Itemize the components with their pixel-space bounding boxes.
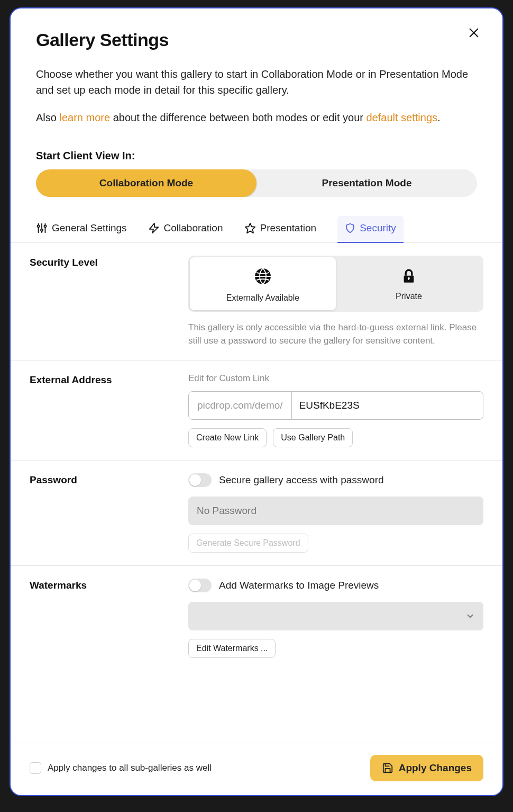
password-label: Password: [30, 473, 188, 553]
watermarks-toggle-label: Add Watermarks to Image Previews: [219, 580, 379, 591]
apply-subgalleries-checkbox[interactable]: [30, 762, 41, 774]
watermark-select: [188, 602, 483, 630]
modal-title: Gallery Settings: [36, 30, 477, 50]
globe-icon: [253, 267, 272, 286]
tab-presentation[interactable]: Presentation: [244, 216, 317, 242]
create-new-link-button[interactable]: Create New Link: [188, 428, 267, 447]
gallery-settings-modal: Gallery Settings Choose whether you want…: [10, 7, 503, 796]
save-icon: [382, 762, 393, 774]
apply-changes-button[interactable]: Apply Changes: [370, 755, 483, 781]
modal-description-2: Also learn more about the difference bet…: [36, 110, 477, 125]
apply-subgalleries-label: Apply changes to all sub-galleries as we…: [48, 763, 212, 773]
security-level-row: Security Level Externally Available Priv…: [11, 243, 502, 360]
external-address-field: picdrop.com/demo/: [188, 391, 483, 420]
edit-watermarks-button[interactable]: Edit Watermarks ...: [188, 639, 276, 658]
lock-icon: [401, 268, 416, 284]
private-label: Private: [396, 292, 422, 301]
settings-content: Security Level Externally Available Priv…: [11, 243, 502, 744]
svg-point-5: [38, 225, 40, 227]
externally-available-option[interactable]: Externally Available: [190, 257, 336, 310]
svg-point-6: [41, 229, 43, 231]
default-settings-link[interactable]: default settings: [366, 112, 437, 123]
external-address-sublabel: Edit for Custom Link: [188, 373, 483, 384]
tab-collaboration[interactable]: Collaboration: [148, 216, 223, 242]
link-prefix: picdrop.com/demo/: [189, 392, 292, 419]
modal-footer: Apply changes to all sub-galleries as we…: [11, 744, 502, 795]
external-address-label: External Address: [30, 373, 188, 447]
generate-password-button: Generate Secure Password: [188, 534, 308, 553]
learn-more-link[interactable]: learn more: [59, 112, 110, 123]
apply-subgalleries-row: Apply changes to all sub-galleries as we…: [30, 762, 212, 774]
close-button[interactable]: [465, 24, 482, 41]
security-level-options: Externally Available Private: [188, 256, 483, 312]
private-option[interactable]: Private: [336, 257, 482, 310]
svg-marker-8: [149, 223, 158, 233]
shield-icon: [345, 222, 355, 234]
close-icon: [468, 27, 480, 39]
chevron-down-icon: [465, 611, 475, 621]
sliders-icon: [36, 222, 48, 234]
collaboration-mode-option[interactable]: Collaboration Mode: [36, 169, 256, 197]
watermarks-label: Watermarks: [30, 579, 188, 658]
start-view-label: Start Client View In:: [36, 150, 477, 162]
modal-header: Gallery Settings Choose whether you want…: [11, 8, 502, 216]
tab-security[interactable]: Security: [337, 216, 404, 242]
tab-general-settings[interactable]: General Settings: [36, 216, 127, 242]
password-toggle-label: Secure gallery access with password: [219, 474, 384, 486]
externally-available-label: Externally Available: [226, 293, 299, 303]
svg-rect-13: [408, 278, 409, 281]
star-icon: [244, 222, 256, 234]
start-view-segmented-control: Collaboration Mode Presentation Mode: [36, 169, 477, 197]
password-toggle[interactable]: [188, 473, 212, 487]
watermarks-row: Watermarks Add Watermarks to Image Previ…: [11, 566, 502, 671]
external-link-input[interactable]: [292, 392, 483, 419]
settings-tabs: General Settings Collaboration Presentat…: [11, 216, 502, 243]
password-row: Password Secure gallery access with pass…: [11, 461, 502, 566]
use-gallery-path-button[interactable]: Use Gallery Path: [273, 428, 353, 447]
lightning-icon: [148, 222, 160, 234]
security-level-help: This gallery is only accessible via the …: [188, 321, 483, 347]
password-input: [188, 497, 483, 525]
presentation-mode-option[interactable]: Presentation Mode: [256, 169, 477, 197]
modal-description-1: Choose whether you want this gallery to …: [36, 66, 477, 98]
security-level-label: Security Level: [30, 256, 188, 347]
external-address-row: External Address Edit for Custom Link pi…: [11, 360, 502, 461]
svg-marker-9: [245, 223, 254, 233]
watermarks-toggle[interactable]: [188, 579, 212, 592]
svg-point-7: [44, 225, 46, 227]
